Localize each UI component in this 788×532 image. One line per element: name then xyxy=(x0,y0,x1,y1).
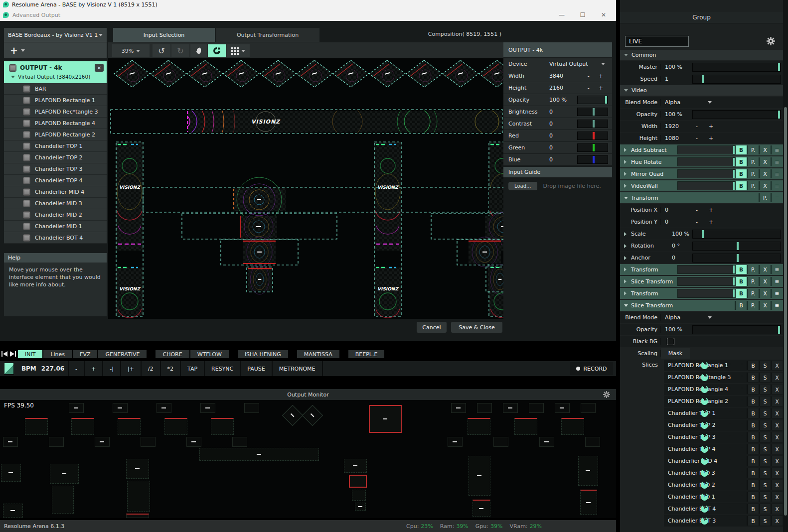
slice-list-item[interactable]: Chandelier BOT 4 xyxy=(4,232,107,244)
remove-button[interactable]: X xyxy=(771,504,783,514)
slice-mask-icon[interactable] xyxy=(725,433,732,441)
value-slider[interactable] xyxy=(692,230,781,239)
value-slider[interactable] xyxy=(692,242,781,251)
property-row[interactable]: Opacity 100 % -+ xyxy=(620,324,783,335)
mapping-canvas[interactable]: VISIONZ VISIONZ VISIONZ VISIONZ VISIONZ xyxy=(108,58,503,319)
increment-button[interactable]: + xyxy=(709,123,713,130)
property-row[interactable]: Width 1920 -+ xyxy=(620,121,783,132)
section-common[interactable]: Common xyxy=(620,50,783,60)
slice-mask-icon[interactable] xyxy=(737,505,744,513)
slice-mask-icon[interactable] xyxy=(725,374,732,381)
output-checkbox[interactable] xyxy=(9,64,16,72)
remove-button[interactable]: X xyxy=(771,468,783,478)
slice-mask-icon[interactable] xyxy=(713,409,720,417)
increment-button[interactable]: + xyxy=(599,85,603,91)
property-value[interactable]: 100 % xyxy=(668,231,689,237)
property-row[interactable]: Speed 1 -+ xyxy=(620,73,783,85)
property-row[interactable]: Contrast 0 -+ xyxy=(503,118,612,130)
remove-button[interactable]: X xyxy=(771,480,783,490)
slice-mask-icon[interactable] xyxy=(713,481,720,489)
slice-mask-icon[interactable] xyxy=(713,445,720,453)
property-value[interactable]: 0 xyxy=(545,121,553,127)
decrement-button[interactable]: - xyxy=(588,85,590,91)
property-row[interactable]: Red 0 -+ xyxy=(503,130,612,141)
bypass-button[interactable]: B xyxy=(735,169,747,178)
slice-mask-icon[interactable] xyxy=(701,517,708,525)
property-value[interactable]: 100 % xyxy=(661,64,682,70)
remove-button[interactable]: X xyxy=(771,432,783,442)
remove-effect-button[interactable]: X xyxy=(759,265,771,274)
slice-mask-icon[interactable] xyxy=(725,362,732,369)
remove-button[interactable]: X xyxy=(771,456,783,466)
value-slider[interactable] xyxy=(692,75,781,84)
slice-mask-icon[interactable] xyxy=(701,433,708,441)
section-video[interactable]: Video xyxy=(620,85,783,96)
property-row[interactable]: Blue 0 -+ xyxy=(503,154,612,165)
slice-mask-icon[interactable] xyxy=(701,362,708,369)
effect-row[interactable]: Slice Transform B P. X ≡ xyxy=(620,276,783,287)
slice-checkbox[interactable] xyxy=(23,223,30,230)
slice-mask-icon[interactable] xyxy=(713,362,720,369)
slice-mask-icon[interactable] xyxy=(701,481,708,489)
value-slider[interactable] xyxy=(692,254,781,263)
remove-effect-button[interactable]: X xyxy=(759,181,771,190)
decrement-button[interactable]: - xyxy=(588,73,590,79)
slice-mask-icon[interactable] xyxy=(713,421,720,429)
pin-button[interactable]: P. xyxy=(747,157,759,166)
value-slider[interactable] xyxy=(692,110,781,119)
slice-mask-icon[interactable] xyxy=(737,398,744,405)
bypass-button[interactable]: B xyxy=(747,385,759,394)
property-row[interactable]: Master 100 % -+ xyxy=(620,61,783,73)
slice-mask-icon[interactable] xyxy=(701,398,708,405)
value-slider[interactable] xyxy=(577,108,608,116)
effect-menu-button[interactable]: ≡ xyxy=(771,193,783,202)
decrement-button[interactable]: - xyxy=(696,123,698,130)
transport-button[interactable]: -| xyxy=(103,361,121,376)
property-value[interactable]: Alpha xyxy=(661,314,680,321)
slice-assignment-row[interactable]: Chandelier TOP 4 B S X xyxy=(664,443,783,455)
slice-assignment-row[interactable]: Chandelier MID 2 B S X xyxy=(664,479,783,491)
effect-opacity-slider[interactable] xyxy=(677,145,735,154)
property-row[interactable]: Opacity 100 % -+ xyxy=(503,94,612,106)
slice-mask-icon[interactable] xyxy=(713,493,720,501)
property-row[interactable]: Blend Mode Alpha -+ xyxy=(620,97,783,108)
transport-button[interactable]: + xyxy=(85,361,103,376)
slice-checkbox[interactable] xyxy=(23,200,30,207)
slice-mask-icon[interactable] xyxy=(737,481,744,489)
property-row[interactable]: Device Virtual Output -+ xyxy=(503,58,612,70)
value-slider[interactable] xyxy=(577,132,608,140)
bypass-button[interactable]: B xyxy=(735,289,747,298)
grid-tool-button[interactable] xyxy=(227,44,250,57)
deck-tab[interactable]: FVZ xyxy=(73,350,97,358)
slice-mask-icon[interactable] xyxy=(737,445,744,453)
transport-button[interactable]: RESYNC xyxy=(205,361,241,376)
transport-button[interactable]: *2 xyxy=(161,361,181,376)
slice-mask-icon[interactable] xyxy=(725,409,732,417)
load-image-button[interactable]: Load... xyxy=(508,182,537,190)
effect-opacity-slider[interactable] xyxy=(677,169,735,178)
solo-button[interactable]: S xyxy=(759,516,771,526)
tab-input-selection[interactable]: Input Selection xyxy=(113,28,215,42)
solo-button[interactable]: S xyxy=(759,408,771,418)
monitor-settings-button[interactable] xyxy=(603,391,610,398)
tab-output-transformation[interactable]: Output Transformation xyxy=(216,28,319,42)
property-row[interactable]: Blend Mode Alpha -+ xyxy=(620,312,783,323)
transform-effect-header[interactable]: Transform P. ≡ xyxy=(620,192,783,203)
bypass-button[interactable]: B xyxy=(747,492,759,502)
property-value[interactable]: 0 xyxy=(545,144,553,151)
slice-list-item[interactable]: PLAFOND Rectangle 4 xyxy=(4,118,107,129)
scrollbar-thumb[interactable] xyxy=(784,107,787,516)
slice-mask-icon[interactable] xyxy=(701,374,708,381)
property-row[interactable]: Rotation 0 ° -+ xyxy=(620,240,783,252)
slice-checkbox[interactable] xyxy=(23,97,30,104)
solo-button[interactable]: S xyxy=(759,444,771,454)
bpm-display[interactable]: BPM 227.06 xyxy=(18,361,69,376)
checkbox[interactable] xyxy=(667,338,674,345)
property-value[interactable]: 2160 xyxy=(545,85,563,91)
bypass-button[interactable]: B xyxy=(747,361,759,370)
remove-button[interactable]: X xyxy=(771,385,783,394)
property-value[interactable]: 1 xyxy=(661,76,668,82)
slice-mask-icon[interactable] xyxy=(737,433,744,441)
slice-assignment-row[interactable]: Chandelier BOT 4 B S X xyxy=(664,503,783,515)
bypass-button[interactable]: B xyxy=(747,397,759,406)
